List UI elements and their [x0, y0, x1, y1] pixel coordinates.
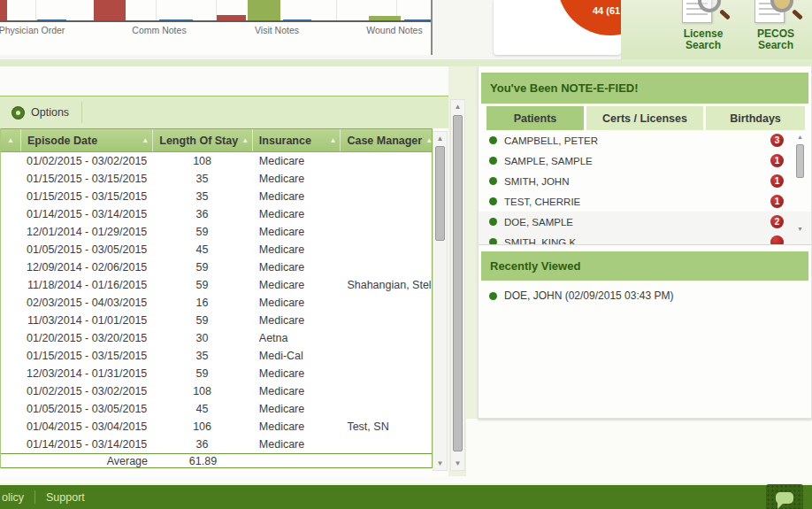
table-cell: Aetna [252, 329, 341, 347]
table-scroll-up-icon[interactable]: ▲ [433, 132, 447, 145]
patient-list-scrollbar[interactable]: ▲ ▼ [794, 132, 806, 235]
chart-category-label: Physician Order [0, 25, 65, 35]
column-header-length-of-stay[interactable]: Length Of Stay▲ [152, 129, 252, 151]
table-cell: 35 [152, 170, 252, 188]
table-cell: 59 [152, 258, 252, 276]
sort-arrow-icon[interactable]: ▲ [138, 136, 152, 144]
sort-arrow-icon[interactable]: ▲ [326, 136, 341, 144]
footer-link-policy[interactable]: olicy [0, 491, 34, 504]
table-cell: 59 [152, 365, 252, 382]
sort-arrow-icon[interactable]: ▲ [238, 136, 252, 144]
table-cell [1, 205, 20, 223]
options-button[interactable]: Options [31, 106, 69, 119]
license-search-tool[interactable]: LicenseSearch [668, 0, 739, 59]
table-row[interactable]: 12/03/2014 - 01/31/201559Medicare [1, 365, 432, 382]
recently-viewed-entry[interactable]: DOE, JOHN (02/09/2015 03:43 PM) [479, 281, 811, 302]
table-row[interactable]: 01/15/2015 - 03/15/201535Medi-Cal [1, 347, 432, 365]
pecos-search-tool[interactable]: PECOSSearch [740, 0, 811, 59]
table-cell: 01/14/2015 - 03/14/2015 [20, 436, 152, 453]
table-cell [340, 347, 432, 365]
table-cell [1, 382, 20, 400]
notification-count-badge: 1 [770, 154, 784, 167]
status-dot-icon [489, 136, 497, 144]
episodes-widget: Options ▲Episode Date▲Length Of Stay▲Ins… [0, 66, 448, 476]
patient-list-item[interactable]: SAMPLE, SAMPLE1 [479, 150, 811, 171]
tab-patients[interactable]: Patients [486, 106, 584, 130]
patient-list-item[interactable]: SMITH, KING K [479, 232, 811, 245]
table-cell: 01/05/2015 - 03/05/2015 [20, 400, 152, 418]
footer-bar: olicy Support [0, 483, 812, 509]
patient-list-scrollbar-thumb[interactable] [796, 144, 804, 178]
table-row[interactable]: 01/20/2015 - 03/20/201530Aetna [1, 329, 432, 347]
column-header-blank[interactable]: ▲ [1, 129, 20, 151]
table-row[interactable]: 01/15/2015 - 03/15/201535Medicare [1, 170, 432, 188]
table-cell: 16 [152, 294, 252, 312]
table-scrollbar[interactable]: ▲ ▼ [433, 131, 448, 471]
patient-list-scroll-up-icon[interactable]: ▲ [794, 132, 806, 143]
table-row[interactable]: 11/18/2014 - 01/16/201559MedicareShahang… [1, 276, 432, 294]
table-scrollbar-thumb[interactable] [435, 146, 445, 241]
panel-scroll-up-icon[interactable]: ▲ [451, 100, 464, 113]
table-cell: Medicare [252, 205, 341, 223]
table-row[interactable]: 11/03/2014 - 01/01/201559Medicare [1, 312, 432, 329]
patient-list-item[interactable]: DOE, SAMPLE2 [479, 212, 811, 232]
table-row[interactable]: 01/02/2015 - 03/02/2015108Medicare [1, 152, 432, 170]
chart-x-axis [0, 20, 431, 22]
patient-list-item[interactable]: CAMPBELL, PETER3 [479, 130, 811, 150]
table-average-row: Average 61.89 [1, 453, 432, 468]
table-cell: Medi-Cal [252, 347, 341, 365]
patient-name: TEST, CHERRIE [504, 197, 580, 207]
table-row[interactable]: 02/03/2015 - 04/03/201516Medicare [1, 294, 432, 312]
table-row[interactable]: 12/01/2014 - 01/29/201559Medicare [1, 223, 432, 241]
sort-arrow-icon[interactable]: ▲ [4, 136, 18, 144]
table-cell: Medicare [252, 294, 341, 312]
patient-list-item[interactable]: SMITH, JOHN1 [479, 171, 811, 191]
table-cell [1, 312, 20, 329]
episodes-table: ▲Episode Date▲Length Of Stay▲Insurance▲C… [0, 128, 433, 468]
table-row[interactable]: 12/09/2014 - 02/06/201559Medicare [1, 258, 432, 276]
table-cell: 12/01/2014 - 01/29/2015 [20, 223, 152, 241]
table-cell: 01/15/2015 - 03/15/2015 [20, 170, 152, 188]
panel-scrollbar-thumb[interactable] [453, 115, 463, 451]
table-cell: 01/14/2015 - 03/14/2015 [20, 205, 152, 223]
recently-viewed-header: Recently Viewed [481, 251, 808, 281]
table-cell: 59 [152, 223, 252, 241]
table-row[interactable]: 01/14/2015 - 03/14/201536Medicare [1, 205, 432, 223]
tab-birthdays[interactable]: Birthdays [706, 106, 805, 130]
table-cell: Medicare [252, 436, 341, 453]
panel-scroll-down-icon[interactable]: ▼ [451, 457, 464, 470]
patient-name: DOE, SAMPLE [504, 217, 573, 228]
column-header-insurance[interactable]: Insurance▲ [252, 129, 341, 151]
table-row[interactable]: 01/14/2015 - 03/14/201536Medicare [1, 436, 432, 453]
footer-link-support[interactable]: Support [35, 491, 96, 504]
status-dot-icon [489, 177, 497, 185]
quick-tools-panel: LicenseSearchPECOSSearch [621, 0, 812, 59]
table-row[interactable]: 01/04/2015 - 03/04/2015106MedicareTest, … [1, 418, 432, 436]
table-cell [340, 152, 432, 170]
table-cell: Medicare [252, 241, 341, 258]
column-header-episode-date[interactable]: Episode Date▲ [20, 129, 152, 151]
table-scroll-down-icon[interactable]: ▼ [433, 457, 447, 470]
table-cell [1, 188, 20, 205]
sort-arrow-icon[interactable]: ▲ [422, 136, 432, 144]
chart-category-label: Comm Notes [132, 25, 186, 35]
patient-name: SMITH, KING K [504, 237, 576, 246]
table-row[interactable]: 01/05/2015 - 03/05/201545Medicare [1, 400, 432, 418]
table-cell [340, 382, 432, 400]
table-row[interactable]: 01/15/2015 - 03/15/201535Medicare [1, 188, 432, 205]
patient-list-item[interactable]: TEST, CHERRIE1 [479, 191, 811, 212]
table-cell [1, 329, 20, 347]
table-row[interactable]: 01/02/2015 - 03/02/2015108Medicare [1, 382, 432, 400]
status-dot-icon [489, 197, 497, 205]
table-row[interactable]: 01/05/2015 - 03/05/201545Medicare [1, 241, 432, 258]
tab-certs-licenses[interactable]: Certs / Licenses [586, 106, 703, 130]
table-cell [340, 365, 432, 382]
notification-count-badge: 2 [770, 215, 784, 228]
patient-list-scroll-down-icon[interactable]: ▼ [794, 224, 806, 235]
chart-gridline [156, 0, 157, 21]
chart-bar [248, 0, 280, 22]
chat-button[interactable] [766, 484, 803, 509]
column-header-case-manager[interactable]: Case Manager▲ [340, 129, 432, 151]
patient-name: CAMPBELL, PETER [504, 135, 598, 146]
panel-scrollbar[interactable]: ▲ ▼ [450, 99, 465, 471]
